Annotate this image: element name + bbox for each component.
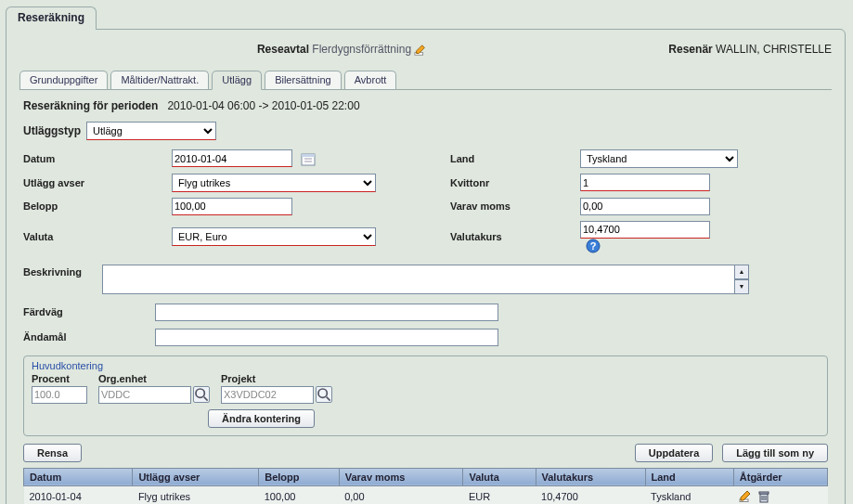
svg-point-9 — [318, 389, 327, 397]
beskrivning-textarea[interactable] — [102, 265, 748, 294]
valutakurs-label: Valutakurs — [450, 231, 543, 242]
traveler-name: WALLIN, CHRISTELLE — [716, 43, 832, 56]
svg-text:?: ? — [590, 240, 597, 252]
tab-bilersattning[interactable]: Bilersättning — [265, 71, 342, 89]
orgenhet-input — [98, 386, 191, 404]
kontering-box: Huvudkontering Procent Org.enhet — [23, 355, 828, 436]
fardvag-label: Färdväg — [23, 306, 135, 317]
kontering-title: Huvudkontering — [32, 360, 820, 371]
valuta-label: Valuta — [23, 231, 135, 242]
tab-avbrott[interactable]: Avbrott — [344, 71, 397, 89]
date-label: Datum — [23, 153, 135, 164]
cell-valuta: EUR — [463, 485, 536, 504]
desc-spinner-up[interactable]: ▲ — [734, 265, 749, 279]
svg-line-10 — [327, 397, 330, 401]
procent-input — [32, 386, 87, 404]
moms-label: Varav moms — [450, 200, 543, 212]
svg-point-7 — [196, 389, 204, 397]
inner-panel: Reseräkning för perioden 2010-01-04 06:0… — [19, 89, 832, 504]
belopp-label: Belopp — [23, 200, 135, 212]
land-label: Land — [450, 153, 543, 164]
th-valuta[interactable]: Valuta — [463, 468, 536, 485]
procent-label: Procent — [32, 373, 87, 384]
projekt-label: Projekt — [221, 373, 332, 384]
type-label: Utläggstyp — [23, 124, 81, 137]
main-panel: Reseavtal Flerdygnsförrättning Resenär W… — [6, 29, 846, 504]
svg-rect-2 — [302, 154, 315, 157]
utlagg-avser-select[interactable]: Flyg utrikes — [172, 174, 376, 192]
cell-valutakurs: 10,4700 — [536, 485, 645, 504]
svg-line-8 — [204, 397, 208, 401]
orgenhet-lookup-icon[interactable] — [193, 386, 210, 403]
contract-label: Reseavtal — [257, 43, 309, 56]
svg-rect-13 — [759, 492, 769, 494]
tab-utlagg[interactable]: Utlägg — [212, 71, 262, 90]
period-value: 2010-01-04 06:00 -> 2010-01-05 22:00 — [167, 99, 359, 112]
edit-kontering-button[interactable]: Ändra kontering — [208, 409, 315, 428]
table-row[interactable]: 2010-01-04 Flyg utrikes 100,00 0,00 EUR … — [24, 485, 828, 504]
andamal-input[interactable] — [155, 329, 498, 346]
kvittonr-label: Kvittonr — [450, 177, 543, 188]
th-atgarder[interactable]: Åtgärder — [733, 468, 827, 485]
utlagg-avser-label: Utlägg avser — [23, 177, 135, 188]
valutakurs-input[interactable] — [580, 221, 710, 239]
update-button[interactable]: Uppdatera — [635, 444, 713, 462]
projekt-lookup-icon[interactable] — [316, 386, 332, 403]
date-input[interactable] — [172, 149, 292, 167]
type-select[interactable]: Utlägg — [86, 122, 216, 140]
moms-input[interactable] — [580, 198, 710, 215]
orgenhet-label: Org.enhet — [98, 373, 210, 384]
th-land[interactable]: Land — [645, 468, 733, 485]
th-valutakurs[interactable]: Valutakurs — [536, 468, 645, 485]
th-datum[interactable]: Datum — [24, 468, 133, 485]
fardvag-input[interactable] — [155, 304, 498, 321]
cell-belopp: 100,00 — [259, 485, 339, 504]
andamal-label: Ändamål — [23, 331, 135, 342]
calendar-icon[interactable] — [301, 152, 316, 167]
outer-tab-reserakning[interactable]: Reseräkning — [6, 6, 97, 30]
row-delete-icon[interactable] — [757, 490, 770, 503]
beskrivning-label: Beskrivning — [23, 265, 82, 278]
tab-maltider[interactable]: Måltider/Nattrakt. — [110, 71, 209, 89]
expense-table: Datum Utlägg avser Belopp Varav moms Val… — [23, 468, 828, 504]
cell-land: Tyskland — [645, 485, 733, 504]
th-moms[interactable]: Varav moms — [339, 468, 463, 485]
period-label: Reseräkning för perioden — [23, 99, 158, 112]
th-utlagg-avser[interactable]: Utlägg avser — [133, 468, 259, 485]
edit-contract-icon[interactable] — [414, 44, 427, 57]
traveler-label: Resenär — [668, 43, 712, 56]
help-icon[interactable]: ? — [586, 239, 601, 253]
belopp-input[interactable] — [172, 198, 292, 215]
inner-tabs: Grunduppgifter Måltider/Nattrakt. Utlägg… — [19, 70, 832, 89]
land-select[interactable]: Tyskland — [580, 149, 738, 168]
clear-button[interactable]: Rensa — [23, 444, 82, 462]
row-edit-icon[interactable] — [739, 490, 752, 503]
cell-utlagg-avser: Flyg utrikes — [133, 485, 259, 504]
projekt-input — [221, 386, 314, 404]
cell-datum: 2010-01-04 — [24, 485, 133, 504]
contract-value: Flerdygnsförrättning — [312, 43, 411, 56]
th-belopp[interactable]: Belopp — [259, 468, 339, 485]
valuta-select[interactable]: EUR, Euro — [172, 227, 376, 246]
tab-grunduppgifter[interactable]: Grunduppgifter — [19, 71, 108, 89]
desc-spinner-down[interactable]: ▼ — [734, 279, 749, 294]
kvittonr-input[interactable] — [580, 174, 710, 191]
cell-moms: 0,00 — [339, 485, 463, 504]
add-new-button[interactable]: Lägg till som ny — [722, 444, 828, 462]
